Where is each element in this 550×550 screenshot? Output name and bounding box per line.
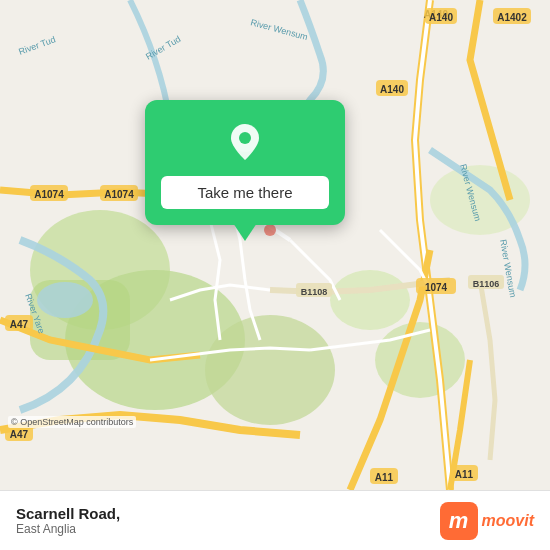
location-region: East Anglia — [16, 522, 120, 536]
take-me-there-button[interactable]: Take me there — [161, 176, 329, 209]
svg-text:A140: A140 — [429, 12, 453, 23]
svg-point-4 — [330, 270, 410, 330]
svg-point-40 — [264, 224, 276, 236]
svg-text:1074: 1074 — [425, 282, 448, 293]
moovit-logo[interactable]: m moovit — [440, 502, 534, 540]
moovit-icon: m — [440, 502, 478, 540]
location-info: Scarnell Road, East Anglia — [16, 505, 120, 536]
svg-text:B1106: B1106 — [473, 279, 500, 289]
svg-text:A1402: A1402 — [497, 12, 527, 23]
moovit-text: moovit — [482, 512, 534, 530]
svg-text:A47: A47 — [10, 429, 29, 440]
svg-text:A1074: A1074 — [104, 189, 134, 200]
svg-text:A140: A140 — [380, 84, 404, 95]
location-pin-icon — [223, 120, 267, 164]
svg-point-42 — [239, 132, 251, 144]
svg-text:A11: A11 — [455, 469, 474, 480]
svg-text:A1074: A1074 — [34, 189, 64, 200]
svg-text:A47: A47 — [10, 319, 29, 330]
svg-text:A11: A11 — [375, 472, 394, 483]
svg-point-3 — [205, 315, 335, 425]
location-name: Scarnell Road, — [16, 505, 120, 522]
map-container: River Tud River Wensum River Tud River W… — [0, 0, 550, 490]
bottom-bar: Scarnell Road, East Anglia m moovit — [0, 490, 550, 550]
map-attribution: © OpenStreetMap contributors — [8, 416, 136, 428]
svg-point-8 — [37, 282, 93, 318]
svg-text:B1108: B1108 — [301, 287, 328, 297]
popup-card: Take me there — [145, 100, 345, 225]
